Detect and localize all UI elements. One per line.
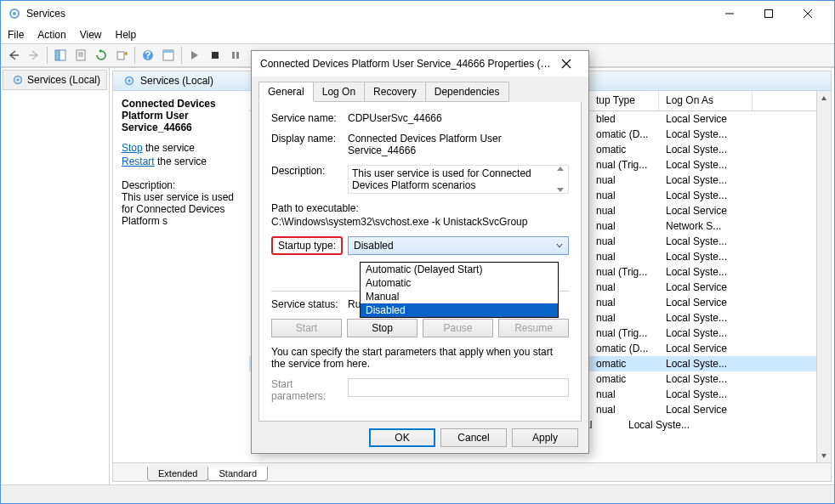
show-hide-tree-button[interactable] xyxy=(51,46,70,65)
window-titlebar: Services xyxy=(1,1,834,26)
description-header: Description: xyxy=(122,179,241,191)
tree-node-label: Services (Local) xyxy=(27,74,100,86)
svg-rect-13 xyxy=(236,52,239,59)
action-pane-button[interactable] xyxy=(159,46,178,65)
startup-type-label: Startup type: xyxy=(271,236,343,255)
svg-rect-11 xyxy=(212,52,219,59)
start-button: Start xyxy=(271,319,342,337)
svg-point-18 xyxy=(128,79,131,82)
maximize-button[interactable] xyxy=(749,1,788,26)
tab-standard[interactable]: Standard xyxy=(207,467,268,481)
display-name-label: Display name: xyxy=(271,133,348,144)
svg-rect-6 xyxy=(117,52,124,59)
description-box[interactable]: This user service is used for Connected … xyxy=(348,165,569,194)
tab-extended[interactable]: Extended xyxy=(147,467,208,481)
opt-automatic[interactable]: Automatic xyxy=(361,276,558,290)
cancel-button[interactable]: Cancel xyxy=(440,428,507,447)
tab-recovery[interactable]: Recovery xyxy=(364,82,426,102)
menu-file[interactable]: File xyxy=(8,29,24,41)
svg-rect-12 xyxy=(232,52,235,59)
gear-icon xyxy=(123,75,135,87)
startup-type-combo[interactable]: Disabled xyxy=(348,236,569,255)
pause-button: Pause xyxy=(423,319,493,337)
svg-rect-4 xyxy=(60,50,65,60)
scroll-up-icon[interactable] xyxy=(556,166,565,173)
display-name-value: Connected Devices Platform User Service_… xyxy=(348,133,569,156)
svg-rect-10 xyxy=(163,50,173,53)
start-params-label: Start parameters: xyxy=(271,378,348,402)
startup-type-dropdown[interactable]: Automatic (Delayed Start) Automatic Manu… xyxy=(360,262,559,318)
stop-service-button[interactable] xyxy=(206,46,224,65)
tab-logon[interactable]: Log On xyxy=(313,82,365,102)
tab-dependencies[interactable]: Dependencies xyxy=(425,82,509,102)
ok-button[interactable]: OK xyxy=(369,428,435,447)
window-title: Services xyxy=(26,8,710,20)
col-startup-type[interactable]: tup Type xyxy=(589,91,659,110)
opt-manual[interactable]: Manual xyxy=(361,290,558,303)
col-logon-as[interactable]: Log On As xyxy=(659,91,753,110)
description-label: Description: xyxy=(271,165,348,177)
svg-point-16 xyxy=(16,78,20,82)
close-button[interactable] xyxy=(788,1,827,26)
dialog-close-button[interactable] xyxy=(553,51,580,76)
svg-rect-3 xyxy=(55,50,60,60)
help-button[interactable]: ? xyxy=(139,46,157,65)
pause-service-button[interactable] xyxy=(226,46,245,65)
vertical-scrollbar[interactable] xyxy=(816,91,831,462)
menu-help[interactable]: Help xyxy=(116,29,137,41)
svg-rect-5 xyxy=(77,50,85,60)
scroll-down-icon[interactable] xyxy=(817,448,831,462)
back-button[interactable] xyxy=(4,46,23,65)
menu-bar: File Action View Help xyxy=(1,26,834,43)
opt-auto-delayed[interactable]: Automatic (Delayed Start) xyxy=(361,263,558,276)
menu-view[interactable]: View xyxy=(80,29,102,41)
svg-text:?: ? xyxy=(145,49,151,61)
svg-rect-2 xyxy=(765,10,773,18)
services-icon xyxy=(8,7,21,20)
extended-description-pane: Connected Devices Platform User Service_… xyxy=(113,91,249,462)
description-text: This user service is used for Connected … xyxy=(122,191,241,227)
start-params-hint: You can specify the start parameters tha… xyxy=(271,346,569,370)
properties-button[interactable] xyxy=(71,46,90,65)
console-tree[interactable]: Services (Local) xyxy=(1,68,110,484)
service-status-label: Service status: xyxy=(271,298,348,310)
tab-general[interactable]: General xyxy=(258,82,314,102)
forward-button[interactable] xyxy=(25,46,43,65)
start-service-button[interactable] xyxy=(185,46,204,65)
minimize-button[interactable] xyxy=(710,1,749,26)
scroll-up-icon[interactable] xyxy=(817,91,831,105)
stop-link[interactable]: Stop xyxy=(122,142,143,154)
stop-button[interactable]: Stop xyxy=(347,319,418,337)
service-name-label: Service name: xyxy=(271,112,348,124)
dialog-titlebar: Connected Devices Platform User Service_… xyxy=(252,51,588,76)
scroll-down-icon[interactable] xyxy=(556,186,565,193)
svg-point-1 xyxy=(13,12,16,15)
pane-header-text: Services (Local) xyxy=(140,75,213,87)
dialog-title: Connected Devices Platform User Service_… xyxy=(260,58,553,70)
restart-link[interactable]: Restart xyxy=(122,156,155,167)
service-name-value: CDPUserSvc_44666 xyxy=(348,112,569,124)
dialog-tabs: General Log On Recovery Dependencies xyxy=(252,76,588,102)
resume-button: Resume xyxy=(498,319,569,337)
start-params-input xyxy=(348,378,569,397)
status-bar xyxy=(1,484,834,503)
view-tabs: Extended Standard xyxy=(113,462,831,481)
export-button[interactable] xyxy=(112,46,131,65)
apply-button[interactable]: Apply xyxy=(512,428,578,447)
path-value: C:\Windows\system32\svchost.exe -k Unist… xyxy=(271,216,569,228)
menu-action[interactable]: Action xyxy=(37,29,65,41)
path-label: Path to executable: xyxy=(271,202,569,214)
selected-service-name: Connected Devices Platform User Service_… xyxy=(122,98,241,133)
chevron-down-icon xyxy=(556,242,563,249)
opt-disabled[interactable]: Disabled xyxy=(361,303,558,317)
refresh-button[interactable] xyxy=(92,46,111,65)
properties-dialog: Connected Devices Platform User Service_… xyxy=(251,50,589,454)
tree-node-services-local[interactable]: Services (Local) xyxy=(3,70,107,90)
